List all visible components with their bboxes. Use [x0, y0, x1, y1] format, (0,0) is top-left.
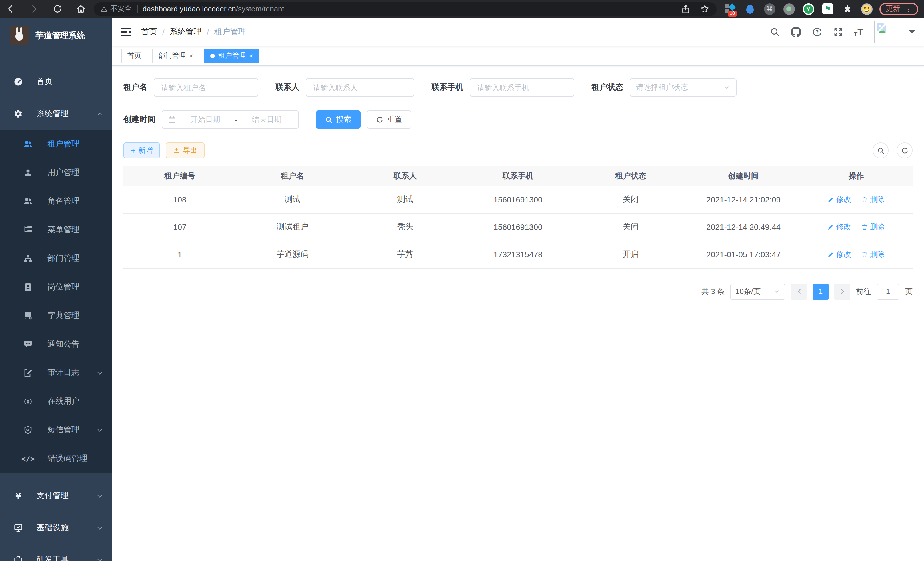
sidebar-item-sms[interactable]: 短信管理	[0, 416, 112, 444]
help-icon[interactable]: ?	[812, 27, 822, 37]
search-icon	[325, 116, 333, 123]
col-actions: 操作	[800, 166, 913, 186]
sidebar-item-pay[interactable]: ¥ 支付管理	[0, 480, 112, 512]
logo-title: 芋道管理系统	[35, 30, 85, 41]
create-time-label: 创建时间	[123, 114, 155, 125]
page-number-button[interactable]: 1	[813, 283, 829, 299]
status-select[interactable]: 请选择租户状态	[630, 78, 736, 97]
search-icon	[877, 147, 884, 154]
forward-icon[interactable]	[29, 4, 39, 14]
tab-home[interactable]: 首页	[121, 48, 147, 63]
prev-page-button[interactable]	[791, 283, 807, 299]
sidebar-item-home[interactable]: 首页	[0, 66, 112, 98]
add-button[interactable]: + 新增	[123, 142, 160, 158]
sidebar: 芋道管理系统 首页 系统管理 租户管理 用户管理	[0, 18, 112, 561]
close-icon[interactable]: ×	[249, 52, 253, 60]
hide-search-button[interactable]	[873, 142, 889, 158]
edit-link[interactable]: 修改	[828, 194, 851, 205]
page-size-select[interactable]: 10条/页	[730, 283, 785, 299]
edit-link[interactable]: 修改	[828, 222, 851, 232]
extension-balloon-icon[interactable]	[744, 3, 756, 15]
fullscreen-icon[interactable]	[833, 27, 843, 37]
end-date-placeholder: 结束日期	[241, 114, 292, 125]
trash-icon	[861, 224, 868, 230]
search-icon[interactable]	[770, 27, 780, 37]
sidebar-item-online-user[interactable]: 在线用户	[0, 387, 112, 416]
goto-page-input[interactable]	[877, 283, 899, 299]
reset-button[interactable]: 重置	[367, 110, 411, 129]
chrome-update-button[interactable]: 更新 ⋮	[879, 3, 918, 15]
avatar-dropdown-icon[interactable]	[909, 30, 915, 34]
extension-y-icon[interactable]: Y	[802, 3, 814, 15]
sidebar-item-infra[interactable]: 基础设施	[0, 512, 112, 544]
export-button[interactable]: 导出	[166, 142, 205, 158]
avatar[interactable]	[874, 21, 897, 44]
table-toolbar: + 新增 导出	[123, 142, 913, 158]
sidebar-item-menu[interactable]: 菜单管理	[0, 216, 112, 244]
browser-menu-icon[interactable]: ⋮	[905, 5, 912, 13]
dashboard-icon	[14, 77, 23, 86]
extension-diamond-icon[interactable]: 10	[724, 3, 736, 15]
reload-icon[interactable]	[52, 4, 62, 14]
profile-avatar-icon[interactable]	[861, 3, 873, 15]
share-icon[interactable]	[681, 4, 691, 14]
status-text: 关闭	[574, 186, 687, 213]
extension-record-icon[interactable]	[783, 3, 795, 15]
download-icon	[173, 147, 180, 154]
code-icon: </>	[23, 454, 33, 463]
broken-image-icon	[876, 22, 887, 34]
extensions-row: 10 ⌘ Y ⚑	[724, 3, 873, 15]
search-button[interactable]: 搜索	[316, 110, 361, 129]
next-page-button[interactable]	[834, 283, 850, 299]
breadcrumb-section[interactable]: 系统管理	[170, 27, 202, 37]
sidebar-item-dev-tools[interactable]: 研发工具	[0, 544, 112, 561]
sidebar-item-system[interactable]: 系统管理	[0, 98, 112, 130]
browser-toolbar: 不安全 dashboard.yudao.iocoder.cn/system/te…	[0, 0, 924, 18]
sidebar-item-notice[interactable]: 通知公告	[0, 330, 112, 359]
extension-command-icon[interactable]: ⌘	[764, 3, 776, 15]
broadcast-user-icon	[23, 397, 33, 406]
extension-flag-icon[interactable]: ⚑	[822, 3, 834, 15]
tenant-table: 租户编号 租户名 联系人 联系手机 租户状态 创建时间 操作 108 测试	[123, 166, 913, 268]
tab-dept[interactable]: 部门管理×	[152, 48, 200, 63]
sidebar-item-post[interactable]: 岗位管理	[0, 273, 112, 301]
sidebar-item-tenant[interactable]: 租户管理	[0, 130, 112, 158]
sidebar-item-user[interactable]: 用户管理	[0, 158, 112, 187]
sidebar-item-audit-log[interactable]: 审计日志	[0, 359, 112, 387]
sidebar-item-role[interactable]: 角色管理	[0, 187, 112, 216]
tenant-name-input[interactable]	[154, 78, 258, 97]
delete-link[interactable]: 删除	[861, 249, 885, 260]
breadcrumb-home[interactable]: 首页	[141, 27, 157, 37]
chevron-down-icon	[97, 557, 103, 561]
sidebar-item-dict[interactable]: 字典管理	[0, 301, 112, 330]
trash-icon	[861, 196, 868, 203]
logo[interactable]: 芋道管理系统	[0, 18, 112, 66]
close-icon[interactable]: ×	[189, 52, 193, 60]
delete-link[interactable]: 删除	[861, 194, 885, 205]
contact-input[interactable]	[306, 78, 414, 97]
calendar-icon	[168, 116, 176, 123]
font-size-icon[interactable]: TT	[854, 27, 863, 37]
pencil-icon	[828, 224, 835, 230]
url-bar[interactable]: 不安全 dashboard.yudao.iocoder.cn/system/te…	[94, 2, 717, 16]
start-date-placeholder: 开始日期	[179, 114, 231, 125]
bookmark-star-icon[interactable]	[700, 4, 710, 14]
date-range-input[interactable]: 开始日期 - 结束日期	[162, 110, 299, 129]
refresh-button[interactable]	[897, 142, 913, 158]
sidebar-item-dept[interactable]: 部门管理	[0, 244, 112, 273]
tab-tenant[interactable]: 租户管理×	[204, 48, 260, 63]
back-icon[interactable]	[6, 4, 15, 14]
status-label: 租户状态	[591, 82, 623, 93]
svg-text:?: ?	[815, 29, 819, 35]
sidebar-item-error-code[interactable]: </> 错误码管理	[0, 444, 112, 473]
github-icon[interactable]	[790, 27, 801, 37]
edit-link[interactable]: 修改	[828, 249, 851, 260]
delete-link[interactable]: 删除	[861, 222, 885, 232]
sidebar-toggle-icon[interactable]	[121, 26, 132, 38]
home-icon[interactable]	[76, 4, 86, 14]
extensions-puzzle-icon[interactable]	[841, 3, 853, 15]
security-indicator[interactable]: 不安全	[100, 4, 132, 14]
mobile-input[interactable]	[470, 78, 574, 97]
filter-row-2: 创建时间 开始日期 - 结束日期 搜索 重置	[123, 110, 913, 129]
chevron-down-icon	[774, 288, 780, 295]
